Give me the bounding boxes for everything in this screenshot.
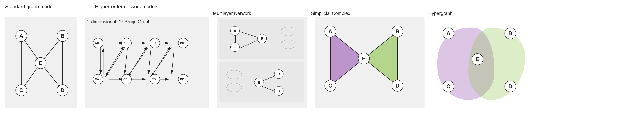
hg-node-B: B (504, 28, 516, 39)
simplicial-panel: A B E C D (315, 17, 424, 108)
ml-bottom-node-E: E (254, 78, 264, 87)
svg-line-21 (106, 46, 124, 75)
svg-line-16 (125, 48, 128, 74)
db-node-DB: DB → (178, 74, 188, 84)
ml-top-node-A: A (230, 26, 240, 36)
db-node-BD: BD → (178, 38, 188, 48)
hg-node-A: A (442, 28, 454, 39)
higher-order-label: Higher-order network models (95, 4, 158, 10)
node-C: C (16, 84, 27, 96)
multilayer-label: Multilayer Network (213, 11, 307, 16)
db-node-ED: ED → (150, 38, 160, 48)
node-D: D (57, 84, 68, 96)
hg-node-D: D (504, 81, 516, 92)
multilayer-panel: A C E E B D (217, 17, 307, 108)
multilayer-bottom: E B D (219, 62, 304, 102)
sc-node-D: D (392, 80, 403, 92)
hypergraph-panel: A B E C D (432, 17, 529, 108)
svg-line-26 (241, 39, 260, 48)
ml-top-oval-1 (281, 27, 296, 36)
simplicial-label: Simplicial Complex (311, 11, 424, 16)
db-node-EB: EB → (150, 74, 160, 84)
sc-node-B: B (392, 26, 403, 37)
sc-node-C: C (324, 80, 336, 92)
ml-bottom-oval-2 (226, 83, 242, 92)
node-B: B (57, 30, 68, 42)
ml-top-oval-2 (281, 40, 296, 49)
node-E: E (35, 57, 46, 69)
db-node-CE: CE → (121, 74, 132, 84)
hg-node-E: E (472, 53, 483, 65)
ml-bottom-node-B: B (274, 69, 284, 79)
sc-node-E: E (358, 53, 370, 64)
debruijn-edges (85, 17, 209, 108)
multilayer-top: A C E (219, 19, 304, 59)
svg-line-15 (106, 47, 125, 77)
hypergraph-label: Hypergraph (428, 11, 529, 16)
ml-top-node-C: C (230, 42, 240, 52)
db-node-AC: AC → (93, 38, 103, 48)
standard-graph-label: Standard graph model (5, 4, 54, 10)
svg-line-20 (172, 48, 174, 74)
db-node-AE: AE → (121, 38, 132, 48)
hg-node-C: C (442, 81, 454, 92)
ml-top-node-E: E (258, 34, 267, 43)
standard-graph-panel: A B E C D (5, 17, 78, 108)
ml-bottom-oval-1 (226, 70, 242, 79)
svg-line-22 (129, 46, 147, 75)
sc-node-A: A (324, 26, 336, 37)
node-A: A (16, 30, 27, 42)
ml-bottom-node-D: D (274, 86, 284, 96)
debruijn-panel: 2-dimensional De Bruijn Graph (85, 17, 209, 108)
svg-line-18 (148, 48, 151, 74)
db-node-CA: CA → (93, 74, 103, 84)
svg-line-23 (152, 46, 170, 75)
